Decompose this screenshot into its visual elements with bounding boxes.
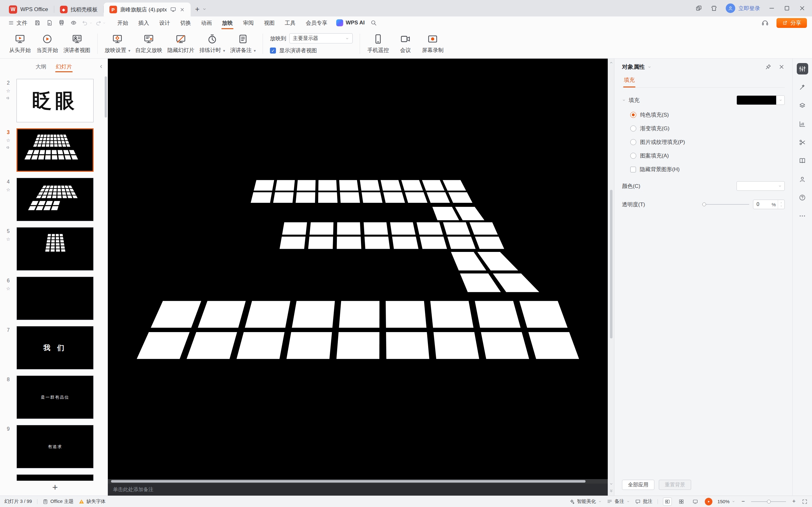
slider-knob[interactable]: [702, 203, 706, 206]
canvas-vertical-scrollbar[interactable]: [608, 59, 614, 496]
tab-fill[interactable]: 填充: [622, 75, 637, 88]
color-dropdown[interactable]: [737, 181, 785, 191]
previous-slide-icon[interactable]: [609, 60, 613, 65]
crop-rail-button[interactable]: [797, 136, 808, 148]
notes-placeholder[interactable]: 单击此处添加备注: [108, 484, 608, 496]
slide-thumbnail-4[interactable]: [16, 178, 94, 221]
slide-thumbnail-8[interactable]: 是一群有品位: [16, 376, 94, 419]
menu-tab[interactable]: 动画: [196, 16, 217, 29]
gradient-fill-option[interactable]: 渐变填充(G): [630, 125, 785, 132]
reading-view-button[interactable]: [691, 498, 700, 506]
menu-tab[interactable]: 插入: [133, 16, 154, 29]
menu-tab[interactable]: 设计: [154, 16, 175, 29]
account-rail-button[interactable]: [797, 173, 808, 185]
transparency-input[interactable]: 0 %: [753, 200, 785, 209]
radio-icon[interactable]: [630, 112, 636, 118]
radio-icon[interactable]: [630, 139, 636, 145]
sidebar-scrollbar[interactable]: [105, 76, 107, 118]
next-slide-icon[interactable]: [609, 489, 613, 493]
print-preview-icon[interactable]: [70, 20, 77, 26]
shapes-rail-button[interactable]: [797, 100, 808, 111]
hide-slide-button[interactable]: 隐藏幻灯片: [165, 32, 197, 55]
add-slide-button[interactable]: +: [52, 483, 58, 492]
reading-rail-button[interactable]: [797, 155, 808, 166]
chevron-down-icon[interactable]: [609, 482, 613, 486]
spinner-up-icon[interactable]: [780, 202, 783, 204]
phone-remote-button[interactable]: 手机遥控: [364, 32, 392, 55]
zoom-slider[interactable]: [751, 499, 786, 504]
slide-thumbnail-7[interactable]: 我 们: [16, 326, 94, 370]
search-icon[interactable]: [370, 20, 377, 26]
object-properties-rail-button[interactable]: [797, 63, 808, 74]
zoom-out-button[interactable]: −: [740, 498, 746, 505]
customer-service-icon[interactable]: [761, 19, 769, 26]
canvas-horizontal-scrollbar[interactable]: [108, 479, 608, 484]
tab-slides[interactable]: 幻灯片: [53, 59, 74, 74]
notes-toggle[interactable]: 备注: [607, 498, 630, 504]
slide-canvas[interactable]: [108, 59, 608, 479]
comments-button[interactable]: 批注: [635, 498, 653, 504]
zoom-in-button[interactable]: +: [791, 498, 797, 505]
scrollbar-thumb[interactable]: [111, 480, 586, 483]
transparency-slider[interactable]: [702, 201, 749, 208]
presenter-view-button[interactable]: 演讲者视图: [61, 32, 93, 55]
hide-background-checkbox[interactable]: [630, 167, 636, 172]
slide-thumbnail-9[interactable]: 有追求: [16, 425, 94, 468]
skin-theme-icon[interactable]: [711, 5, 717, 12]
reset-background-button[interactable]: 重置背景: [659, 480, 691, 490]
more-rail-button[interactable]: [797, 210, 808, 222]
avatar[interactable]: [726, 3, 735, 13]
slide-thumbnail-3[interactable]: [16, 128, 94, 172]
maximize-button[interactable]: [783, 5, 791, 12]
file-menu-button[interactable]: 文件: [5, 19, 31, 26]
radio-icon[interactable]: [630, 125, 636, 131]
fill-color-swatch[interactable]: [737, 95, 785, 105]
share-button[interactable]: 分享: [776, 18, 807, 28]
undo-button[interactable]: [82, 20, 93, 26]
tab-wps-home[interactable]: W WPS Office: [3, 3, 54, 16]
play-from-start-button[interactable]: 从头开始: [6, 32, 34, 55]
save-icon[interactable]: [34, 20, 41, 26]
theme-button[interactable]: Office 主题: [43, 498, 73, 504]
new-tab-button[interactable]: +: [193, 4, 202, 14]
panel-title-caret-icon[interactable]: [647, 65, 652, 69]
menu-tab[interactable]: 视图: [259, 16, 280, 29]
window-manage-icon[interactable]: [695, 5, 702, 12]
close-tab-icon[interactable]: [180, 7, 185, 12]
menu-tab[interactable]: 会员专享: [301, 16, 333, 29]
beautify-button[interactable]: 智能美化: [569, 498, 602, 504]
custom-slideshow-button[interactable]: 自定义放映: [133, 32, 165, 55]
tab-list-caret-icon[interactable]: [202, 7, 207, 11]
rehearse-timing-button[interactable]: 排练计时 ▾: [197, 32, 228, 55]
fit-screen-icon[interactable]: [802, 499, 808, 504]
effects-rail-button[interactable]: [797, 81, 808, 93]
slide-thumbnail-6[interactable]: [16, 277, 94, 320]
zoom-slider-knob[interactable]: [767, 500, 771, 504]
minimize-button[interactable]: [768, 5, 775, 12]
login-link[interactable]: 立即登录: [739, 5, 760, 12]
caret-down-icon[interactable]: [89, 21, 93, 25]
pattern-fill-option[interactable]: 图案填充(A): [630, 152, 785, 159]
solid-fill-option[interactable]: 纯色填充(S): [630, 111, 785, 118]
menu-tab[interactable]: 切换: [175, 16, 196, 29]
redo-button[interactable]: [95, 20, 106, 26]
hide-background-checkbox-row[interactable]: 隐藏背景图形(H): [630, 166, 785, 173]
wps-ai-button[interactable]: WPS AI: [336, 19, 365, 26]
chart-rail-button[interactable]: [797, 118, 808, 130]
apply-all-button[interactable]: 全部应用: [622, 480, 654, 490]
normal-view-button[interactable]: [663, 498, 672, 506]
menu-tab[interactable]: 工具: [280, 16, 301, 29]
tab-document[interactable]: P 唐峰旗舰店 (4).pptx: [104, 3, 191, 16]
missing-font-warning[interactable]: 缺失字体: [79, 498, 106, 504]
presenter-view-checkbox[interactable]: ✓: [270, 48, 276, 54]
menu-tab[interactable]: 放映: [217, 16, 238, 29]
display-target-select[interactable]: 主要显示器: [289, 33, 353, 43]
section-collapse-icon[interactable]: [622, 98, 626, 102]
help-rail-button[interactable]: [797, 192, 808, 203]
picture-fill-option[interactable]: 图片或纹理填充(P): [630, 138, 785, 146]
tab-docer-template[interactable]: ◆ 找稻壳模板: [54, 3, 103, 16]
screen-record-button[interactable]: 屏幕录制: [419, 32, 446, 55]
menu-tab[interactable]: 审阅: [238, 16, 259, 29]
tab-outline[interactable]: 大纲: [33, 59, 49, 74]
play-from-current-button[interactable]: 当页开始: [34, 32, 61, 55]
